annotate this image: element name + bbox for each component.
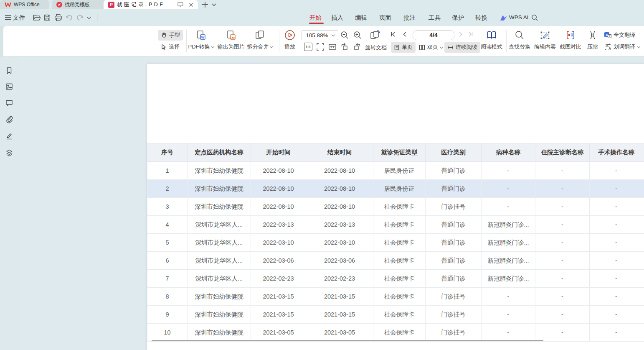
- fit-page-button[interactable]: [316, 43, 325, 51]
- more-actions-chevron-icon[interactable]: [87, 17, 91, 19]
- find-replace-button[interactable]: 查找替换: [505, 28, 534, 51]
- rotate-left-button[interactable]: [340, 43, 349, 51]
- first-page-button[interactable]: [390, 31, 396, 37]
- edit-content-button[interactable]: 编辑内容: [530, 28, 560, 51]
- pdf-convert-button[interactable]: W PDF转换: [185, 28, 216, 51]
- screenshot-compare-button[interactable]: 截图对比: [556, 28, 585, 51]
- document-page: 序号定点医药机构名称开始时间结束时间就诊凭证类型医疗类别病种名称住院主诊断名称手…: [147, 64, 644, 350]
- split-merge-label: 拆分合并: [247, 43, 269, 51]
- table-cell: -: [482, 180, 535, 198]
- swap-pages-button[interactable]: [369, 29, 381, 41]
- tab-docer-template[interactable]: 找稻壳模板: [52, 0, 105, 9]
- next-page-button[interactable]: [458, 31, 464, 37]
- document-title: 就医记录.PDF: [117, 1, 165, 8]
- bookmark-icon[interactable]: [5, 66, 13, 75]
- zoom-out-button[interactable]: [340, 31, 349, 40]
- compress-icon: [582, 28, 603, 42]
- compress-button[interactable]: 压缩: [582, 28, 603, 51]
- play-button[interactable]: 播放: [277, 28, 302, 51]
- word-translate-button[interactable]: 文A 划词翻译: [604, 43, 640, 51]
- hand-tool-button[interactable]: 手型: [158, 30, 183, 41]
- table-cell: -: [535, 306, 590, 324]
- save-icon[interactable]: [43, 14, 51, 21]
- wps-ai-menu[interactable]: WPS AI: [509, 13, 529, 22]
- monitor-icon[interactable]: [177, 2, 183, 7]
- table-bottom-border: [152, 340, 543, 341]
- open-file-icon[interactable]: [33, 14, 41, 21]
- thumbnail-icon[interactable]: [5, 82, 13, 91]
- single-page-button[interactable]: 单页: [391, 42, 416, 53]
- table-cell: -: [535, 162, 590, 180]
- menu-tab-edit[interactable]: 编辑: [355, 13, 367, 22]
- hamburger-menu-icon[interactable]: [5, 15, 11, 20]
- chevron-down-icon: [269, 44, 273, 48]
- signature-icon[interactable]: [5, 132, 13, 141]
- actual-size-button[interactable]: 1:1: [304, 43, 312, 51]
- export-image-button[interactable]: 输出为图片: [216, 28, 246, 51]
- table-cell: 普通门诊: [426, 270, 482, 288]
- table-cell: 门诊挂号: [426, 198, 482, 216]
- table-cell: -: [590, 162, 643, 180]
- menu-tab-annotate[interactable]: 批注: [403, 13, 416, 22]
- menu-tab-convert[interactable]: 转换: [475, 13, 487, 22]
- menu-tab-protect[interactable]: 保护: [452, 13, 464, 22]
- read-mode-button[interactable]: 阅读模式: [477, 28, 506, 51]
- chevron-down-icon: [210, 44, 214, 48]
- print-icon[interactable]: [54, 14, 62, 21]
- menu-tab-page[interactable]: 页面: [379, 13, 391, 22]
- table-cell: 社会保障卡: [373, 324, 426, 342]
- docer-logo-icon: [56, 2, 62, 8]
- continuous-read-button[interactable]: 连续阅读: [444, 42, 480, 53]
- rotate-right-button[interactable]: [353, 43, 361, 51]
- zoom-dropdown-chevron-icon: [332, 33, 335, 36]
- pdf-file-icon: P: [108, 2, 114, 8]
- wps-ai-logo-icon: [500, 15, 507, 21]
- layers-icon[interactable]: [5, 149, 13, 157]
- menu-tab-tools[interactable]: 工具: [428, 13, 441, 22]
- column-header: 医疗类别: [426, 143, 482, 162]
- menu-tab-insert[interactable]: 插入: [331, 13, 343, 22]
- table-cell: 居民身份证: [373, 180, 426, 198]
- table-cell: 居民身份证: [373, 162, 426, 180]
- tab-wps-office[interactable]: WPS Office: [0, 0, 49, 9]
- table-cell: -: [535, 252, 590, 270]
- full-translate-button[interactable]: A文 全文翻译: [604, 31, 635, 39]
- redo-icon[interactable]: [76, 14, 84, 21]
- table-row: 8深圳市妇幼保健院2021-03-152021-03-15社会保障卡门诊挂号--…: [147, 288, 644, 306]
- undo-icon[interactable]: [66, 14, 73, 21]
- table-cell: 6: [147, 252, 188, 270]
- table-cell: 2022-08-10: [251, 198, 306, 216]
- page-indicator-input[interactable]: 4/4: [413, 30, 454, 40]
- table-cell: 9: [147, 306, 188, 324]
- fit-width-button[interactable]: [328, 43, 337, 51]
- table-cell: 深圳市龙华区人...: [188, 252, 251, 270]
- tab-document-active[interactable]: P 就医记录.PDF: [104, 0, 198, 9]
- attachment-icon[interactable]: [5, 115, 13, 124]
- table-cell: -: [590, 180, 643, 198]
- table-cell: 社会保障卡: [373, 234, 426, 252]
- rotate-doc-button[interactable]: 旋转文档: [365, 44, 387, 51]
- file-menu[interactable]: 文件: [13, 13, 25, 22]
- comment-icon[interactable]: [5, 99, 13, 107]
- select-tool-button[interactable]: 选择: [158, 41, 183, 52]
- double-page-button[interactable]: 双页: [416, 42, 446, 53]
- split-merge-button[interactable]: 拆分合并: [244, 28, 276, 51]
- search-menu-icon[interactable]: [531, 14, 538, 21]
- zoom-in-button[interactable]: [353, 31, 362, 40]
- close-tab-icon[interactable]: [189, 3, 193, 7]
- last-page-button[interactable]: [468, 31, 474, 37]
- table-row: 9深圳市妇幼保健院2021-03-152021-03-15社会保障卡门诊挂号--…: [147, 306, 644, 324]
- new-tab-button[interactable]: [202, 1, 208, 8]
- edit-content-icon: [530, 28, 560, 42]
- table-cell: 社会保障卡: [373, 252, 426, 270]
- tab-list-chevron-icon[interactable]: [212, 3, 216, 6]
- export-image-icon: [216, 28, 246, 42]
- table-cell: 2022-02-23: [306, 270, 373, 288]
- prev-page-button[interactable]: [402, 31, 408, 37]
- chevron-down-icon: [440, 45, 443, 48]
- table-cell: -: [535, 234, 590, 252]
- split-merge-icon: [244, 28, 276, 42]
- menu-tab-home[interactable]: 开始: [309, 13, 322, 22]
- table-cell: 深圳市妇幼保健院: [188, 288, 251, 306]
- zoom-level-input[interactable]: 105.88%: [302, 30, 338, 40]
